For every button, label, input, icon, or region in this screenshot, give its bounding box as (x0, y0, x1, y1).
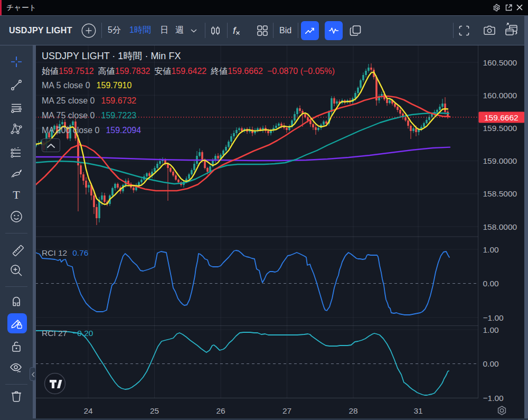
svg-text:MA 5 close 0159.7910: MA 5 close 0159.7910 (42, 81, 131, 90)
svg-text:MA 75 close 0159.7223: MA 75 close 0159.7223 (42, 111, 136, 120)
svg-text:1.00: 1.00 (483, 245, 499, 254)
svg-text:MA 25 close 0159.6732: MA 25 close 0159.6732 (42, 96, 136, 105)
svg-text:28: 28 (348, 406, 357, 415)
svg-text:158.0000: 158.0000 (483, 222, 517, 231)
svg-text:始値159.7512高値159.7832安値159.6422: 始値159.7512高値159.7832安値159.6422終値159.6662… (42, 67, 335, 76)
svg-text:−1.00: −1.00 (483, 394, 504, 403)
svg-text:26: 26 (216, 406, 225, 415)
svg-text:MA 200 close 0159.2094: MA 200 close 0159.2094 (42, 126, 141, 135)
svg-text:160.5000: 160.5000 (483, 58, 517, 67)
svg-text:−1.00: −1.00 (483, 313, 504, 322)
svg-text:USDJPY LIGHT · 1時間 · Min FX: USDJPY LIGHT · 1時間 · Min FX (42, 51, 181, 61)
svg-text:1.00: 1.00 (483, 325, 499, 334)
svg-text:159.0000: 159.0000 (483, 156, 517, 165)
svg-text:RCI 120.76: RCI 120.76 (42, 248, 88, 257)
svg-text:159.6662: 159.6662 (484, 113, 518, 122)
svg-text:158.5000: 158.5000 (483, 189, 517, 198)
svg-text:25: 25 (150, 406, 159, 415)
svg-text:31: 31 (413, 406, 422, 415)
svg-text:0.00: 0.00 (483, 279, 499, 288)
svg-text:0.00: 0.00 (483, 359, 499, 368)
svg-text:24: 24 (83, 406, 93, 415)
svg-text:27: 27 (282, 406, 291, 415)
svg-text:159.5000: 159.5000 (483, 124, 517, 133)
svg-text:160.0000: 160.0000 (483, 91, 517, 100)
